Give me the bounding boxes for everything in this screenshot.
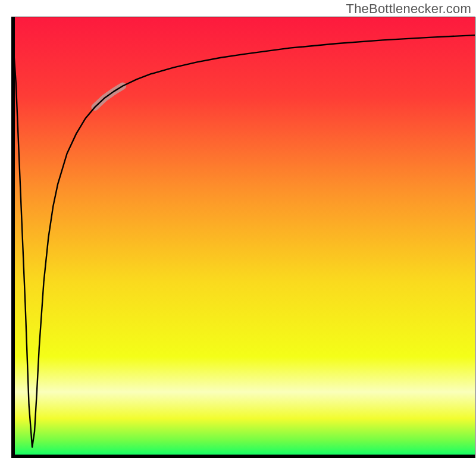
- chart-container: TheBottlenecker.com: [0, 0, 476, 476]
- bottleneck-chart: [0, 0, 476, 476]
- plot-background: [11, 17, 475, 458]
- watermark-text: TheBottlenecker.com: [346, 1, 471, 17]
